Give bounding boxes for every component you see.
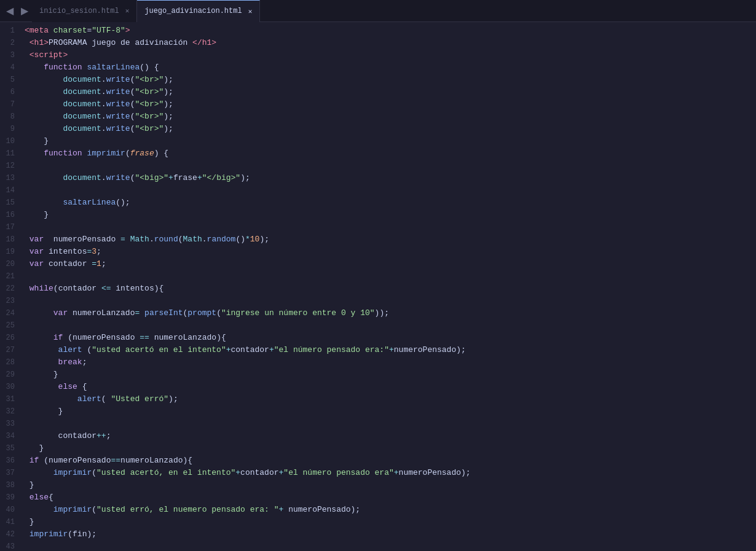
tab-label: inicio_sesion.html [39, 7, 119, 15]
tab-inicio-sesion[interactable]: inicio_sesion.html ✕ [32, 0, 137, 22]
code-content: var intentos=3; [25, 246, 756, 258]
code-content: } [25, 516, 756, 528]
table-row: 30 else { [0, 381, 756, 393]
code-editor[interactable]: 1 <meta charset="UTF-8"> 2 <h1>PROGRAMA … [0, 22, 756, 551]
table-row: 11 function imprimir(frase) { [0, 147, 756, 160]
code-content: var contador =1; [25, 258, 756, 270]
line-number: 32 [0, 405, 25, 418]
table-row: 43 [0, 541, 756, 551]
code-content: break; [25, 356, 756, 369]
code-content: } [25, 369, 756, 381]
code-content: } [25, 209, 756, 221]
line-number: 23 [0, 295, 25, 307]
table-row: 13 document.write("<big>"+frase+"</big>"… [0, 172, 756, 184]
table-row: 26 if (numeroPensado == numeroLanzado){ [0, 332, 756, 344]
line-number: 19 [0, 246, 25, 258]
table-row: 8 document.write("<br>"); [0, 111, 756, 123]
code-content: else{ [25, 491, 756, 504]
table-row: 6 document.write("<br>"); [0, 86, 756, 98]
code-content: saltarLinea(); [25, 197, 756, 209]
table-row: 9 document.write("<br>"); [0, 123, 756, 135]
code-content: document.write("<br>"); [25, 86, 756, 98]
table-row: 36 if (numeroPensado==numeroLanzado){ [0, 455, 756, 467]
code-content: alert( "Usted erró"); [25, 393, 756, 405]
table-row: 1 <meta charset="UTF-8"> [0, 25, 756, 37]
line-number: 29 [0, 369, 25, 381]
table-row: 19 var intentos=3; [0, 246, 756, 258]
line-number: 15 [0, 197, 25, 209]
nav-back-button[interactable]: ◀ [2, 0, 17, 22]
table-row: 41 } [0, 516, 756, 528]
line-number: 17 [0, 221, 25, 233]
line-number: 22 [0, 283, 25, 295]
table-row: 38 } [0, 479, 756, 491]
line-number: 2 [0, 37, 25, 49]
table-row: 33 [0, 418, 756, 430]
table-row: 17 [0, 221, 756, 233]
line-number: 10 [0, 135, 25, 147]
table-row: 28 break; [0, 356, 756, 369]
table-row: 20 var contador =1; [0, 258, 756, 270]
code-content: document.write("<br>"); [25, 123, 756, 135]
close-icon[interactable]: ✕ [248, 7, 253, 15]
line-number: 26 [0, 332, 25, 344]
table-row: 2 <h1>PROGRAMA juego de adivinación </h1… [0, 37, 756, 49]
table-row: 27 alert ("usted acertó en el intento"+c… [0, 344, 756, 356]
line-number: 20 [0, 258, 25, 270]
code-content: imprimir("usted acertó, en el intento"+c… [25, 467, 756, 479]
code-content: } [25, 442, 756, 455]
table-row: 35 } [0, 442, 756, 455]
table-row: 23 [0, 295, 756, 307]
code-content: imprimir(fin); [25, 528, 756, 541]
line-number: 11 [0, 147, 25, 160]
code-content: if (numeroPensado==numeroLanzado){ [25, 455, 756, 467]
code-content: else { [25, 381, 756, 393]
table-row: 37 imprimir("usted acertó, en el intento… [0, 467, 756, 479]
line-number: 42 [0, 528, 25, 541]
code-content: function imprimir(frase) { [25, 147, 756, 160]
table-row: 16 } [0, 209, 756, 221]
code-content: var numeroPensado = Math.round(Math.rand… [25, 233, 756, 246]
line-number: 36 [0, 455, 25, 467]
line-number: 7 [0, 98, 25, 111]
code-content: document.write("<br>"); [25, 74, 756, 86]
line-number: 8 [0, 111, 25, 123]
code-content: alert ("usted acertó en el intento"+cont… [25, 344, 756, 356]
code-content: document.write("<big>"+frase+"</big>"); [25, 172, 756, 184]
line-number: 43 [0, 541, 25, 551]
code-content: contador++; [25, 430, 756, 442]
nav-forward-button[interactable]: ▶ [17, 0, 32, 22]
table-row: 5 document.write("<br>"); [0, 74, 756, 86]
line-number: 18 [0, 233, 25, 246]
line-number: 40 [0, 504, 25, 516]
table-row: 22 while(contador <= intentos){ [0, 283, 756, 295]
code-content: document.write("<br>"); [25, 111, 756, 123]
tab-juego-adivinacion[interactable]: juego_adivinacion.html ✕ [137, 0, 260, 22]
close-icon[interactable]: ✕ [125, 7, 130, 15]
table-row: 14 [0, 184, 756, 197]
line-number: 35 [0, 442, 25, 455]
table-row: 12 [0, 160, 756, 172]
code-content: if (numeroPensado == numeroLanzado){ [25, 332, 756, 344]
code-content: <h1>PROGRAMA juego de adivinación </h1> [25, 37, 756, 49]
line-number: 14 [0, 184, 25, 197]
table-row: 21 [0, 270, 756, 283]
line-number: 31 [0, 393, 25, 405]
line-number: 5 [0, 74, 25, 86]
line-number: 6 [0, 86, 25, 98]
table-row: 31 alert( "Usted erró"); [0, 393, 756, 405]
code-content: } [25, 135, 756, 147]
table-row: 18 var numeroPensado = Math.round(Math.r… [0, 233, 756, 246]
line-number: 1 [0, 25, 25, 37]
table-row: 15 saltarLinea(); [0, 197, 756, 209]
line-number: 4 [0, 61, 25, 74]
table-row: 10 } [0, 135, 756, 147]
code-content: function saltarLinea() { [25, 61, 756, 74]
line-number: 13 [0, 172, 25, 184]
line-number: 37 [0, 467, 25, 479]
code-content: <meta charset="UTF-8"> [25, 25, 756, 37]
code-content: } [25, 405, 756, 418]
line-number: 41 [0, 516, 25, 528]
table-row: 7 document.write("<br>"); [0, 98, 756, 111]
line-number: 39 [0, 491, 25, 504]
